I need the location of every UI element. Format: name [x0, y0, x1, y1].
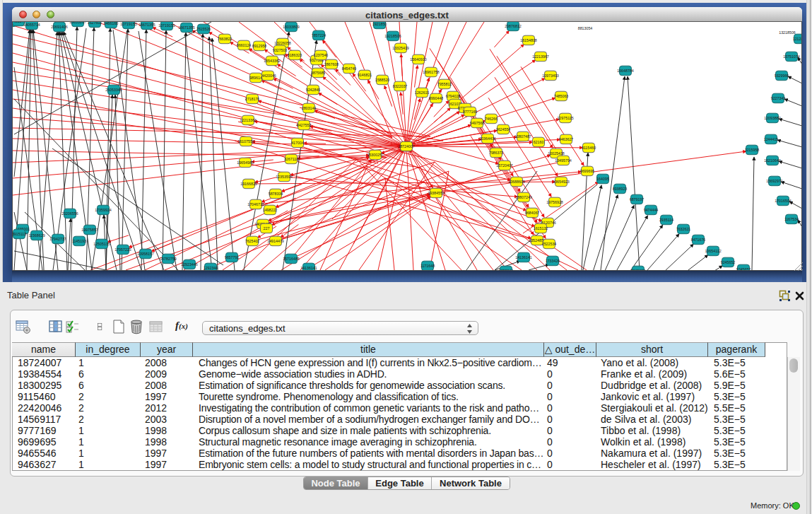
- svg-text:12213363: 12213363: [240, 118, 257, 122]
- svg-text:5878334: 5878334: [269, 192, 283, 196]
- svg-text:1498222: 1498222: [263, 208, 278, 212]
- svg-text:227: 227: [264, 226, 270, 230]
- svg-text:8427552: 8427552: [297, 123, 312, 127]
- svg-text:15692971: 15692971: [766, 179, 783, 183]
- svg-text:3915113: 3915113: [13, 232, 26, 236]
- svg-text:16671355: 16671355: [139, 23, 155, 27]
- svg-text:7857224: 7857224: [312, 33, 326, 37]
- svg-text:9699695: 9699695: [580, 169, 595, 173]
- svg-text:9146821: 9146821: [358, 73, 372, 77]
- svg-text:1588520: 1588520: [375, 78, 390, 82]
- svg-text:16543362: 16543362: [264, 59, 281, 63]
- svg-text:10973493: 10973493: [542, 74, 559, 78]
- svg-text:10654112: 10654112: [705, 249, 721, 253]
- svg-text:13495794: 13495794: [555, 158, 572, 163]
- svg-text:14136141: 14136141: [515, 255, 532, 259]
- svg-text:15300257: 15300257: [367, 153, 384, 157]
- svg-text:18724007: 18724007: [398, 144, 415, 148]
- svg-text:19756928: 19756928: [546, 200, 563, 204]
- svg-text:2867608: 2867608: [324, 62, 339, 66]
- svg-text:9684067: 9684067: [525, 211, 540, 215]
- svg-text:3624554: 3624554: [496, 127, 511, 132]
- svg-text:16961758: 16961758: [423, 70, 440, 74]
- svg-text:8912958: 8912958: [252, 44, 267, 48]
- svg-text:13226058: 13226058: [274, 41, 291, 45]
- svg-text:3267110: 3267110: [284, 157, 298, 161]
- svg-text:1167534: 1167534: [784, 217, 799, 221]
- svg-text:1921850: 1921850: [372, 22, 387, 26]
- svg-text:1292344: 1292344: [499, 269, 514, 270]
- svg-text:1527602: 1527602: [88, 22, 102, 25]
- svg-text:164095: 164095: [596, 177, 609, 181]
- svg-text:17016504: 17016504: [775, 199, 792, 203]
- svg-text:13654923: 13654923: [553, 180, 570, 184]
- svg-text:16671355: 16671355: [178, 25, 195, 30]
- svg-text:10655267: 10655267: [69, 22, 86, 24]
- svg-text:1237546: 1237546: [314, 53, 329, 57]
- svg-text:10958157: 10958157: [137, 252, 154, 256]
- svg-text:7955812: 7955812: [437, 82, 452, 86]
- svg-text:7663822: 7663822: [218, 37, 233, 41]
- svg-text:7485063: 7485063: [554, 94, 569, 98]
- svg-text:1145193: 1145193: [72, 239, 86, 243]
- svg-text:10719155: 10719155: [120, 22, 137, 26]
- svg-text:8322037: 8322037: [393, 84, 408, 88]
- svg-text:8471676: 8471676: [691, 238, 706, 242]
- svg-text:6879197: 6879197: [630, 197, 645, 201]
- svg-text:7986372: 7986372: [489, 151, 504, 155]
- svg-text:15720407: 15720407: [496, 163, 513, 168]
- svg-text:8186323: 8186323: [288, 53, 302, 57]
- svg-text:19218506: 19218506: [384, 34, 401, 38]
- svg-text:16210643: 16210643: [764, 158, 781, 163]
- svg-text:9242845: 9242845: [306, 88, 321, 92]
- svg-text:3215958: 3215958: [745, 148, 760, 152]
- svg-text:9777169: 9777169: [463, 110, 478, 114]
- svg-text:19166825: 19166825: [240, 182, 257, 186]
- svg-text:1171648: 1171648: [420, 264, 435, 268]
- svg-text:9327503: 9327503: [273, 48, 288, 52]
- svg-text:9245652: 9245652: [631, 269, 646, 270]
- svg-text:16648784: 16648784: [617, 69, 634, 73]
- svg-text:12505135: 12505135: [93, 242, 110, 246]
- svg-text:417004: 417004: [291, 141, 304, 145]
- svg-text:8938923: 8938923: [613, 187, 628, 191]
- svg-text:19384554: 19384554: [428, 191, 445, 195]
- svg-text:7632621: 7632621: [676, 227, 691, 231]
- svg-text:17046716: 17046716: [247, 202, 264, 206]
- svg-text:10025438: 10025438: [548, 151, 565, 156]
- svg-text:6794028: 6794028: [446, 94, 461, 98]
- svg-text:16107553: 16107553: [237, 139, 254, 144]
- svg-text:13218506: 13218506: [779, 30, 796, 35]
- svg-text:8813054: 8813054: [578, 26, 593, 30]
- svg-text:17942737: 17942737: [49, 237, 66, 241]
- svg-text:1292344: 1292344: [204, 266, 218, 270]
- svg-text:15751074: 15751074: [783, 54, 800, 59]
- svg-text:12213967: 12213967: [532, 54, 549, 59]
- svg-text:7515526: 7515526: [196, 27, 211, 31]
- svg-text:9227343: 9227343: [771, 96, 786, 100]
- svg-text:12975115: 12975115: [557, 116, 573, 120]
- svg-text:62160: 62160: [534, 140, 544, 144]
- svg-text:1212890: 1212890: [793, 37, 801, 41]
- svg-text:13325419: 13325419: [392, 46, 409, 50]
- svg-text:20691406: 20691406: [51, 25, 68, 29]
- svg-text:9115460: 9115460: [582, 146, 596, 150]
- svg-text:12353594: 12353594: [276, 175, 293, 179]
- svg-text:9245652: 9245652: [721, 260, 736, 264]
- svg-text:19975857: 19975857: [81, 228, 98, 232]
- svg-text:1733426: 1733426: [546, 259, 560, 263]
- svg-text:16033809: 16033809: [283, 25, 300, 29]
- svg-text:9329966: 9329966: [775, 74, 789, 78]
- svg-text:8990448: 8990448: [429, 96, 444, 100]
- svg-text:14914479: 14914479: [267, 239, 284, 243]
- svg-text:1244415: 1244415: [764, 137, 779, 141]
- svg-text:9245652: 9245652: [736, 267, 751, 270]
- svg-text:989614: 989614: [249, 76, 262, 80]
- svg-text:9474444: 9474444: [644, 208, 659, 212]
- svg-text:8454749: 8454749: [342, 66, 357, 71]
- svg-text:12923446: 12923446: [181, 262, 198, 267]
- svg-text:10719155: 10719155: [158, 23, 175, 28]
- svg-text:26053346: 26053346: [105, 88, 122, 92]
- svg-text:18807249: 18807249: [515, 195, 532, 199]
- svg-text:7625402: 7625402: [245, 239, 260, 243]
